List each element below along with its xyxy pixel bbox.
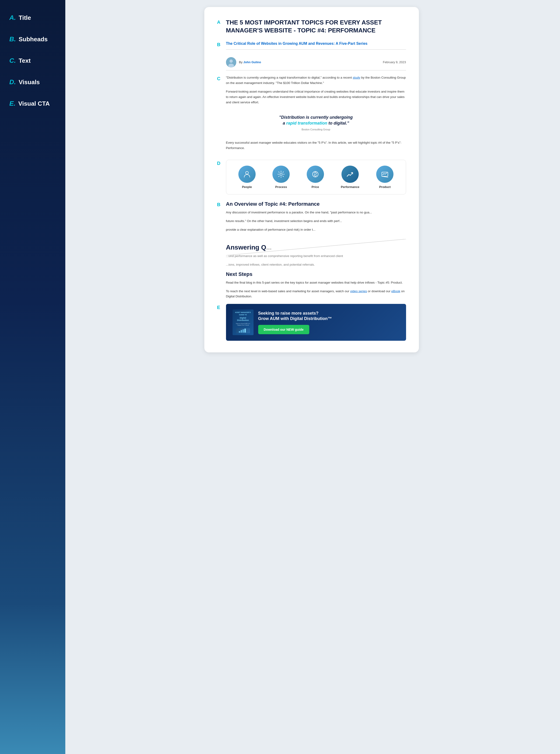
study-link[interactable]: study xyxy=(353,76,360,79)
next-steps-section: Next Steps Read the final blog in this 5… xyxy=(226,271,406,300)
author-row: By John Gulino February 9, 2023 xyxy=(226,54,406,70)
svg-point-2 xyxy=(228,64,234,67)
avatar xyxy=(226,57,236,67)
sidebar-label-subheads: Subheads xyxy=(19,36,47,43)
marker-b: B xyxy=(217,42,222,50)
section-b2: B An Overview of Topic #4: Performance A… xyxy=(217,201,406,236)
section-a: A THE 5 MOST IMPORTANT TOPICS FOR EVERY … xyxy=(217,19,406,35)
marker-c: C xyxy=(217,76,222,154)
cta-headline: Seeking to raise more assets?Grow AUM wi… xyxy=(258,311,400,322)
pullquote-text: "Distribution is currently undergoinga r… xyxy=(233,115,399,126)
pullquote: "Distribution is currently undergoinga r… xyxy=(226,110,406,136)
svg-point-3 xyxy=(246,171,248,174)
svg-rect-12 xyxy=(244,329,246,332)
section-d: D People xyxy=(217,160,406,195)
icon-product: Product xyxy=(376,166,394,189)
paragraph-3: Every successful asset manager website e… xyxy=(226,140,406,151)
icons-container: People Process xyxy=(226,160,406,195)
icon-circle-price xyxy=(307,166,324,183)
marker-e: E xyxy=(217,305,222,341)
icon-price: Price xyxy=(307,166,324,189)
icon-circle-product xyxy=(376,166,394,183)
cta-text-area: Seeking to raise more assets?Grow AUM wi… xyxy=(258,311,400,334)
sidebar-label-visuals: Visuals xyxy=(19,79,40,86)
sidebar-letter-b: B. xyxy=(9,36,16,43)
faded-text-1: ...und performance as well as comprehens… xyxy=(226,253,406,259)
next-steps-text-2: To reach the next level in web-based sal… xyxy=(226,289,406,300)
svg-point-4 xyxy=(280,173,282,176)
ebook-link[interactable]: eBook xyxy=(392,289,400,293)
sidebar-label-text: Text xyxy=(19,57,31,64)
svg-rect-11 xyxy=(243,329,244,332)
article-card: A THE 5 MOST IMPORTANT TOPICS FOR EVERY … xyxy=(204,7,419,352)
icon-label-product: Product xyxy=(379,185,391,189)
svg-point-1 xyxy=(229,59,233,63)
paragraph-1: "Distribution is currently undergoing a … xyxy=(226,75,406,86)
article-subhead: The Critical Role of Websites in Growing… xyxy=(226,41,406,50)
sidebar-letter-a: A. xyxy=(9,14,16,21)
icon-label-price: Price xyxy=(312,185,319,189)
sidebar-item-subheads: B. Subheads xyxy=(9,36,56,43)
pullquote-source: Boston Consulting Group xyxy=(233,128,399,131)
marker-d: D xyxy=(217,161,222,195)
icon-people: People xyxy=(238,166,256,189)
sidebar-item-visual-cta: E. Visual CTA xyxy=(9,100,56,107)
marker-a: A xyxy=(217,20,222,35)
paragraph-2: Forward-looking asset managers understan… xyxy=(226,89,406,105)
article-title: THE 5 MOST IMPORTANT TOPICS FOR EVERY AS… xyxy=(226,19,406,35)
overview-text-2: future results." On the other hand, inve… xyxy=(226,219,406,224)
marker-b2: B xyxy=(217,202,222,236)
cta-book-label: ASSET MANAGER'S GUIDE TO xyxy=(234,311,252,315)
cta-banner: ASSET MANAGER'S GUIDE TO Digital Distrib… xyxy=(226,304,406,341)
section-c: C "Distribution is currently undergoing … xyxy=(217,75,406,154)
sidebar-item-visuals: D. Visuals xyxy=(9,78,56,86)
sidebar-label-title: Title xyxy=(19,14,31,21)
sidebar-item-title: A. Title xyxy=(9,14,56,21)
icon-performance: Performance xyxy=(341,166,359,189)
sidebar-label-visual-cta: Visual CTA xyxy=(18,100,50,107)
video-series-link[interactable]: video series xyxy=(350,289,367,293)
cta-download-button[interactable]: Download our NEW guide xyxy=(258,325,309,334)
next-steps-text-1: Read the final blog in this 5-part serie… xyxy=(226,280,406,285)
answering-title: Answering Q... xyxy=(226,239,406,251)
sidebar-letter-c: C. xyxy=(9,57,16,64)
icon-label-process: Process xyxy=(275,185,287,189)
icon-process: Process xyxy=(273,166,290,189)
icon-circle-performance xyxy=(341,166,359,183)
author-by: By John Gulino xyxy=(239,60,261,64)
sidebar-letter-d: D. xyxy=(9,78,16,86)
svg-rect-9 xyxy=(239,331,240,332)
cta-book-cover: ASSET MANAGER'S GUIDE TO Digital Distrib… xyxy=(233,309,254,335)
icon-label-people: People xyxy=(242,185,252,189)
overview-title: An Overview of Topic #4: Performance xyxy=(226,201,406,207)
text-content: "Distribution is currently undergoing a … xyxy=(226,75,406,154)
author-link[interactable]: John Gulino xyxy=(243,60,261,64)
icon-circle-people xyxy=(238,166,256,183)
overview-text-1: Any discussion of investment performance… xyxy=(226,210,406,215)
author-left: By John Gulino xyxy=(226,57,261,67)
sidebar-item-text: C. Text xyxy=(9,57,56,64)
overview-text-3: provide a clear explanation of performan… xyxy=(226,227,406,232)
icon-circle-process xyxy=(273,166,290,183)
icon-label-performance: Performance xyxy=(341,185,359,189)
faded-text-2: ...ions, improved inflows, client retent… xyxy=(226,262,406,267)
section-b: B The Critical Role of Websites in Growi… xyxy=(217,41,406,50)
section-e: E ASSET MANAGER'S GUIDE TO Digital Distr… xyxy=(217,304,406,341)
next-steps-title: Next Steps xyxy=(226,271,406,277)
main-content: A THE 5 MOST IMPORTANT TOPICS FOR EVERY … xyxy=(65,0,560,754)
svg-rect-10 xyxy=(241,330,242,332)
article-date: February 9, 2023 xyxy=(383,60,406,64)
sidebar: A. Title B. Subheads C. Text D. Visuals … xyxy=(0,0,65,754)
sidebar-letter-e: E. xyxy=(9,100,15,107)
